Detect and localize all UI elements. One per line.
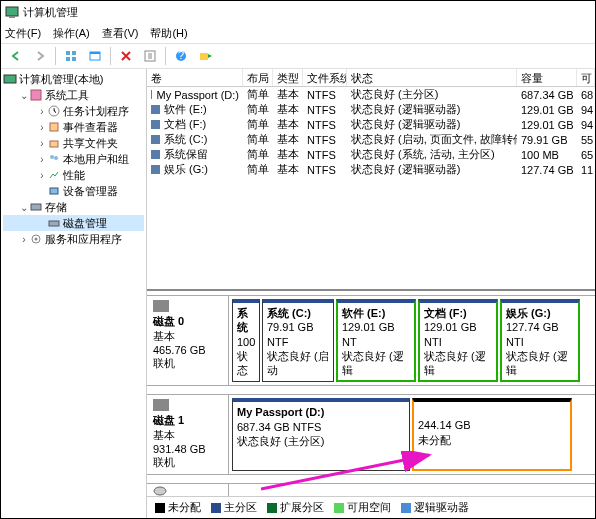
tree-storage[interactable]: ⌄存储: [3, 199, 144, 215]
tree-localusers[interactable]: ›本地用户和组: [3, 151, 144, 167]
svg-point-19: [54, 156, 58, 160]
svg-rect-14: [31, 90, 41, 100]
disk0-part-sysres[interactable]: 系统100状态: [232, 299, 260, 382]
col-status[interactable]: 状态: [347, 69, 517, 86]
col-type[interactable]: 类型: [273, 69, 303, 86]
menu-help[interactable]: 帮助(H): [150, 26, 187, 41]
disk-0-info[interactable]: 磁盘 0 基本 465.76 GB 联机: [147, 296, 229, 385]
svg-rect-1: [9, 16, 15, 18]
help-button[interactable]: ?: [170, 45, 192, 67]
col-name[interactable]: 卷: [147, 69, 243, 86]
svg-rect-3: [72, 51, 76, 55]
svg-rect-5: [72, 57, 76, 61]
disk0-part-e[interactable]: 软件 (E:)129.01 GB NT状态良好 (逻辑: [336, 299, 416, 382]
window-title: 计算机管理: [23, 5, 78, 20]
svg-point-24: [35, 238, 38, 241]
volume-row[interactable]: 娱乐 (G:)简单基本NTFS状态良好 (逻辑驱动器)127.74 GB11: [147, 162, 595, 177]
disk0-part-g[interactable]: 娱乐 (G:)127.74 GB NTI状态良好 (逻辑: [500, 299, 580, 382]
tree-services[interactable]: ›服务和应用程序: [3, 231, 144, 247]
toolbar: ?: [1, 43, 595, 69]
svg-rect-11: [200, 53, 208, 60]
svg-rect-4: [66, 57, 70, 61]
vol-header: 卷 布局 类型 文件系统 状态 容量 可: [147, 69, 595, 87]
view-button[interactable]: [60, 45, 82, 67]
svg-rect-13: [4, 75, 16, 83]
tree-tasksched[interactable]: ›任务计划程序: [3, 103, 144, 119]
volume-row[interactable]: 系统保留简单基本NTFS状态良好 (系统, 活动, 主分区)100 MB65: [147, 147, 595, 162]
col-free[interactable]: 可: [577, 69, 595, 86]
svg-point-25: [154, 487, 166, 495]
svg-rect-17: [50, 141, 58, 147]
nav-tree: 计算机管理(本地) ⌄系统工具 ›任务计划程序 ›事件查看器 ›共享文件夹 ›本…: [1, 69, 147, 518]
disk-icon: [153, 399, 169, 411]
disk-1-row: 磁盘 1 基本 931.48 GB 联机 My Passport (D:)687…: [147, 394, 595, 475]
svg-rect-2: [66, 51, 70, 55]
volume-row[interactable]: 系统 (C:)简单基本NTFS状态良好 (启动, 页面文件, 故障转储, 主分区…: [147, 132, 595, 147]
tree-perf[interactable]: ›性能: [3, 167, 144, 183]
delete-button[interactable]: [115, 45, 137, 67]
svg-rect-0: [6, 7, 18, 16]
legend: 未分配 主分区 扩展分区 可用空间 逻辑驱动器: [147, 496, 595, 518]
menu-view[interactable]: 查看(V): [102, 26, 139, 41]
svg-rect-22: [49, 221, 59, 226]
forward-button[interactable]: [29, 45, 51, 67]
disk-icon: [153, 300, 169, 312]
cdrom-info[interactable]: CD-ROM 0 DVD (H:): [147, 484, 229, 496]
disk0-part-f[interactable]: 文档 (F:)129.01 GB NTI状态良好 (逻辑: [418, 299, 498, 382]
action-button[interactable]: [194, 45, 216, 67]
disk0-part-c[interactable]: 系统 (C:)79.91 GB NTF状态良好 (启动: [262, 299, 334, 382]
col-fs[interactable]: 文件系统: [303, 69, 347, 86]
disk1-part-unalloc[interactable]: 244.14 GB未分配: [412, 398, 572, 471]
svg-rect-21: [31, 204, 41, 210]
refresh-button[interactable]: [84, 45, 106, 67]
tree-devmgr[interactable]: 设备管理器: [3, 183, 144, 199]
menubar: 文件(F) 操作(A) 查看(V) 帮助(H): [1, 23, 595, 43]
volume-list: 卷 布局 类型 文件系统 状态 容量 可 My Passport (D:)简单基…: [147, 69, 595, 291]
col-layout[interactable]: 布局: [243, 69, 273, 86]
cdrom-icon: [153, 486, 167, 496]
cdrom-row: CD-ROM 0 DVD (H:): [147, 483, 595, 496]
menu-file[interactable]: 文件(F): [5, 26, 41, 41]
properties-button[interactable]: [139, 45, 161, 67]
tree-eventviewer[interactable]: ›事件查看器: [3, 119, 144, 135]
volume-row[interactable]: 文档 (F:)简单基本NTFS状态良好 (逻辑驱动器)129.01 GB94: [147, 117, 595, 132]
svg-text:?: ?: [178, 49, 184, 61]
disk-0-row: 磁盘 0 基本 465.76 GB 联机 系统100状态 系统 (C:)79.9…: [147, 295, 595, 386]
titlebar: 计算机管理: [1, 1, 595, 23]
tree-systools[interactable]: ⌄系统工具: [3, 87, 144, 103]
tree-root[interactable]: 计算机管理(本地): [3, 71, 144, 87]
svg-rect-16: [50, 123, 58, 131]
disk1-part-d[interactable]: My Passport (D:)687.34 GB NTFS状态良好 (主分区): [232, 398, 410, 471]
svg-marker-12: [208, 54, 212, 58]
svg-point-18: [50, 155, 54, 159]
menu-action[interactable]: 操作(A): [53, 26, 90, 41]
app-icon: [5, 5, 19, 19]
disk-1-info[interactable]: 磁盘 1 基本 931.48 GB 联机: [147, 395, 229, 474]
col-cap[interactable]: 容量: [517, 69, 577, 86]
tree-diskmgmt[interactable]: 磁盘管理: [3, 215, 144, 231]
svg-rect-7: [90, 52, 100, 54]
disk-graphical-pane: 磁盘 0 基本 465.76 GB 联机 系统100状态 系统 (C:)79.9…: [147, 291, 595, 496]
volume-row[interactable]: 软件 (E:)简单基本NTFS状态良好 (逻辑驱动器)129.01 GB94: [147, 102, 595, 117]
svg-rect-20: [50, 188, 58, 194]
back-button[interactable]: [5, 45, 27, 67]
tree-shared[interactable]: ›共享文件夹: [3, 135, 144, 151]
volume-row[interactable]: My Passport (D:)简单基本NTFS状态良好 (主分区)687.34…: [147, 87, 595, 102]
